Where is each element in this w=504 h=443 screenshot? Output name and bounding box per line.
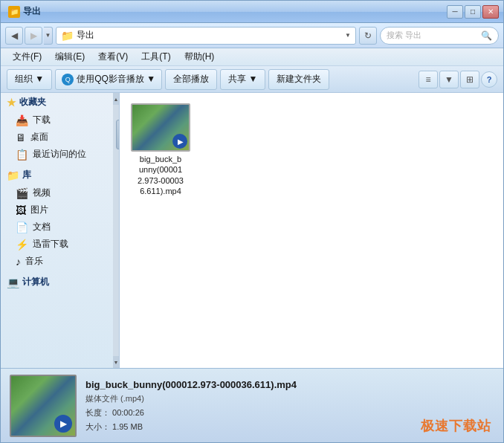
forward-button[interactable]: ▶ xyxy=(25,27,42,45)
favorites-star-icon: ★ xyxy=(7,97,16,109)
sidebar-item-recent[interactable]: 📋 最近访问的位 xyxy=(1,146,113,163)
organize-button[interactable]: 组织 ▼ xyxy=(7,69,52,90)
file-thumbnail: ▶ xyxy=(131,103,190,152)
sidebar-main: ★ 收藏夹 📥 下载 🖥 桌面 📋 最近访 xyxy=(1,93,113,368)
size-value: 1.95 MB xyxy=(112,422,143,431)
sidebar-item-recent-label: 最近访问的位 xyxy=(33,148,86,161)
preview-play-icon: ▶ xyxy=(54,415,72,433)
library-icon: 📁 xyxy=(7,169,19,181)
xunlei-icon: ⚡ xyxy=(16,239,28,250)
search-icon[interactable]: 🔍 xyxy=(481,30,492,41)
toolbar: 组织 ▼ Q 使用QQ影音播放 ▼ 全部播放 共享 ▼ 新建文件夹 ≡ ▼ ⊞ … xyxy=(1,66,503,93)
sidebar-item-pictures-label: 图片 xyxy=(30,204,48,216)
close-button[interactable]: ✕ xyxy=(482,5,499,19)
search-box[interactable]: 搜索 导出 🔍 xyxy=(380,27,499,45)
duration-value: 00:00:26 xyxy=(112,408,144,417)
watermark: 极速下载站 xyxy=(421,417,491,435)
computer-icon: 💻 xyxy=(7,277,19,288)
download-icon: 📥 xyxy=(16,114,28,126)
sidebar-item-music-label: 音乐 xyxy=(25,255,43,268)
sidebar: ★ 收藏夹 📥 下载 🖥 桌面 📋 最近访 xyxy=(1,93,120,368)
view-size-button[interactable]: ▼ xyxy=(439,71,459,88)
menu-tools[interactable]: 工具(T) xyxy=(135,49,176,65)
share-button[interactable]: 共享 ▼ xyxy=(220,69,265,90)
nav-buttons: ◀ ▶ ▼ xyxy=(5,27,53,45)
recent-icon: 📋 xyxy=(16,149,28,161)
explorer-window: 📁 导出 ─ □ ✕ ◀ ▶ ▼ 📁 导出 ▼ ↻ 搜索 导出 🔍 文件(F) … xyxy=(0,0,504,443)
sidebar-item-xunlei[interactable]: ⚡ 迅雷下载 xyxy=(1,236,113,253)
title-bar: 📁 导出 ─ □ ✕ xyxy=(1,1,503,23)
sidebar-scrollbar[interactable]: ▲ ▼ xyxy=(113,93,119,368)
search-placeholder: 搜索 导出 xyxy=(387,30,478,41)
sidebar-item-documents[interactable]: 📄 文档 xyxy=(1,219,113,236)
sidebar-item-xunlei-label: 迅雷下载 xyxy=(33,238,68,250)
menu-view[interactable]: 查看(V) xyxy=(92,49,134,65)
sidebar-item-desktop-label: 桌面 xyxy=(30,131,48,143)
sidebar-computer-label: 计算机 xyxy=(22,276,49,288)
documents-icon: 📄 xyxy=(16,222,28,233)
thumbnail-play-overlay: ▶ xyxy=(172,134,187,149)
title-controls: ─ □ ✕ xyxy=(447,5,499,19)
file-info-type: 媒体文件 (.mp4) xyxy=(85,393,494,404)
window-icon: 📁 xyxy=(8,6,20,18)
preview-thumbnail: ▶ xyxy=(10,375,77,437)
main-area: ★ 收藏夹 📥 下载 🖥 桌面 📋 最近访 xyxy=(1,93,503,368)
file-name: big_buck_bunny(000012.973-000036.611).mp… xyxy=(138,154,184,196)
sidebar-item-download-label: 下载 xyxy=(33,114,51,126)
status-bar: ▶ big_buck_bunny(000012.973-000036.611).… xyxy=(1,368,503,442)
sidebar-item-download[interactable]: 📥 下载 xyxy=(1,111,113,129)
minimize-button[interactable]: ─ xyxy=(447,5,463,19)
title-bar-left: 📁 导出 xyxy=(8,5,41,18)
new-folder-button[interactable]: 新建文件夹 xyxy=(268,69,329,90)
sidebar-library-title[interactable]: 📁 库 xyxy=(1,166,113,184)
menu-bar: 文件(F) 编辑(E) 查看(V) 工具(T) 帮助(H) xyxy=(1,48,503,66)
sidebar-section-favorites: ★ 收藏夹 📥 下载 🖥 桌面 📋 最近访 xyxy=(1,93,113,163)
sidebar-item-music[interactable]: ♪ 音乐 xyxy=(1,253,113,270)
refresh-button[interactable]: ↻ xyxy=(359,27,377,45)
qq-icon: Q xyxy=(62,74,74,85)
maximize-button[interactable]: □ xyxy=(465,5,481,19)
scroll-up-arrow[interactable]: ▲ xyxy=(113,93,119,105)
scrollbar-arrows: ▲ ▼ xyxy=(113,93,119,368)
back-button[interactable]: ◀ xyxy=(5,27,23,45)
size-label: 大小： xyxy=(85,422,110,431)
qq-label: 使用QQ影音播放 ▼ xyxy=(77,73,155,85)
qq-player-button[interactable]: Q 使用QQ影音播放 ▼ xyxy=(55,69,162,90)
sidebar-wrapper: ★ 收藏夹 📥 下载 🖥 桌面 📋 最近访 xyxy=(1,93,119,368)
sidebar-favorites-title[interactable]: ★ 收藏夹 xyxy=(1,93,113,111)
video-icon: 🎬 xyxy=(16,187,28,199)
sidebar-computer-title[interactable]: 💻 计算机 xyxy=(1,273,113,291)
file-item[interactable]: ▶ big_buck_bunny(000012.973-000036.611).… xyxy=(127,100,194,199)
sidebar-section-library: 📁 库 🎬 视频 🖼 图片 📄 文档 xyxy=(1,166,113,270)
sidebar-item-video[interactable]: 🎬 视频 xyxy=(1,184,113,201)
path-text: 导出 xyxy=(77,29,94,42)
scroll-down-arrow[interactable]: ▼ xyxy=(113,356,119,368)
file-grid: ▶ big_buck_bunny(000012.973-000036.611).… xyxy=(127,100,496,199)
sidebar-library-label: 库 xyxy=(22,169,31,181)
path-dropdown-arrow[interactable]: ▼ xyxy=(345,32,351,39)
help-button[interactable]: ? xyxy=(481,71,497,88)
play-all-button[interactable]: 全部播放 xyxy=(165,69,217,90)
sidebar-item-documents-label: 文档 xyxy=(33,221,51,233)
preview-button[interactable]: ⊞ xyxy=(460,71,479,88)
sidebar-item-video-label: 视频 xyxy=(33,187,51,199)
sidebar-item-pictures[interactable]: 🖼 图片 xyxy=(1,201,113,219)
menu-file[interactable]: 文件(F) xyxy=(7,49,48,65)
folder-icon: 📁 xyxy=(61,30,74,42)
sidebar-item-desktop[interactable]: 🖥 桌面 xyxy=(1,129,113,146)
sidebar-section-computer: 💻 计算机 xyxy=(1,273,113,291)
window-title: 导出 xyxy=(23,5,41,18)
view-toggle-button[interactable]: ≡ xyxy=(419,71,438,88)
nav-dropdown[interactable]: ▼ xyxy=(44,27,53,45)
address-path[interactable]: 📁 导出 ▼ xyxy=(56,27,356,45)
file-info-name: big_buck_bunny(000012.973-000036.611).mp… xyxy=(85,379,494,390)
content-area: ▶ big_buck_bunny(000012.973-000036.611).… xyxy=(120,93,503,368)
menu-edit[interactable]: 编辑(E) xyxy=(49,49,91,65)
duration-label: 长度： xyxy=(85,408,110,417)
address-bar: ◀ ▶ ▼ 📁 导出 ▼ ↻ 搜索 导出 🔍 xyxy=(1,23,503,48)
play-icon: ▶ xyxy=(178,138,184,146)
desktop-icon: 🖥 xyxy=(16,132,26,143)
menu-help[interactable]: 帮助(H) xyxy=(178,49,221,65)
view-buttons: ≡ ▼ ⊞ ? xyxy=(419,71,497,88)
pictures-icon: 🖼 xyxy=(16,204,26,216)
